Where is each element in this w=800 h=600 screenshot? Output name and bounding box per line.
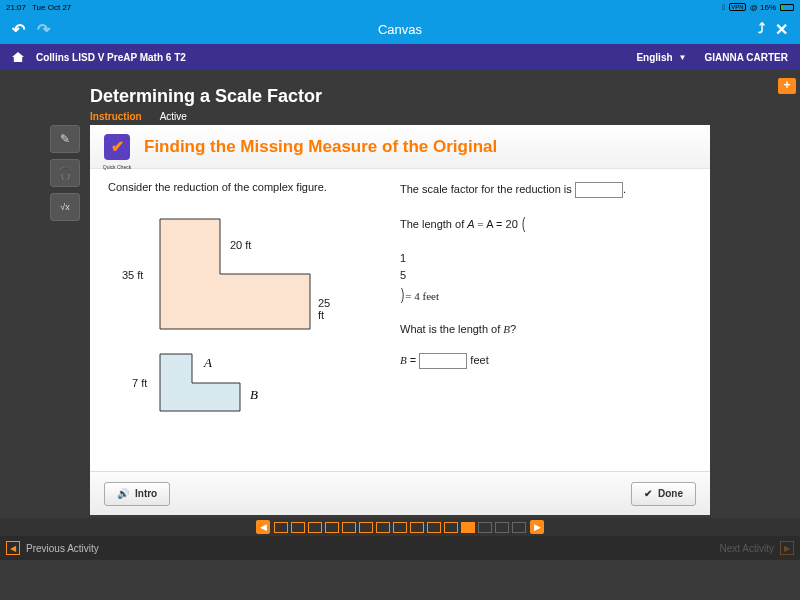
progress-step[interactable] <box>342 522 356 533</box>
quick-check-icon: ✔ Quick Check <box>104 134 130 160</box>
progress-step[interactable] <box>325 522 339 533</box>
done-button[interactable]: ✔ Done <box>631 482 696 506</box>
tab-instruction[interactable]: Instruction <box>90 111 142 122</box>
progress-step[interactable] <box>512 522 526 533</box>
progress-step[interactable] <box>308 522 322 533</box>
wifi-icon: 􀙇 <box>722 3 725 12</box>
progress-step[interactable] <box>478 522 492 533</box>
svg-text:B: B <box>250 387 258 402</box>
length-b-input[interactable] <box>419 353 467 369</box>
check-icon: ✔ <box>644 488 652 499</box>
activity-nav: ◀ Previous Activity Next Activity ▶ <box>0 536 800 560</box>
back-icon[interactable]: ↶ <box>12 20 25 39</box>
close-icon[interactable]: ✕ <box>775 20 788 39</box>
progress-step[interactable] <box>444 522 458 533</box>
forward-icon[interactable]: ↷ <box>37 20 50 39</box>
progress-step[interactable] <box>410 522 424 533</box>
answer-b-row: B = feet <box>400 352 680 369</box>
progress-step[interactable] <box>461 522 475 533</box>
intro-button[interactable]: 🔊 Intro <box>104 482 170 506</box>
language-selector[interactable]: English ▼ <box>636 52 686 63</box>
previous-activity-button[interactable]: ◀ Previous Activity <box>6 541 99 555</box>
add-button[interactable]: + <box>778 78 796 94</box>
vpn-badge: VPN <box>729 3 745 11</box>
question-scale-factor: The scale factor for the reduction is . <box>400 181 680 198</box>
length-of-a-statement: The length of A = A = 20( <box>400 212 680 236</box>
tab-active[interactable]: Active <box>160 111 187 122</box>
progress-step[interactable] <box>393 522 407 533</box>
status-date: Tue Oct 27 <box>32 3 71 12</box>
progress-step[interactable] <box>274 522 288 533</box>
question-length-b: What is the length of B? <box>400 321 680 338</box>
course-name[interactable]: Collins LISD V PreAP Math 6 T2 <box>36 52 186 63</box>
course-header: Collins LISD V PreAP Math 6 T2 English ▼… <box>0 44 800 70</box>
progress-step[interactable] <box>291 522 305 533</box>
lesson-card: ✔ Quick Check Finding the Missing Measur… <box>90 125 710 515</box>
svg-text:A: A <box>203 355 212 370</box>
next-activity-button[interactable]: Next Activity ▶ <box>720 541 794 555</box>
progress-step[interactable] <box>495 522 509 533</box>
small-figure: A B 7 ft <box>150 349 290 421</box>
large-figure: 20 ft 35 ft 25 ft <box>150 209 320 341</box>
pencil-tool-icon[interactable]: ✎ <box>50 125 80 153</box>
status-time: 21:07 <box>6 3 26 12</box>
tool-palette: ✎ 🎧 √x <box>50 125 80 221</box>
lesson-title: Determining a Scale Factor <box>90 86 800 107</box>
progress-prev-icon[interactable]: ◀ <box>256 520 270 534</box>
chevron-down-icon: ▼ <box>679 53 687 62</box>
scale-factor-input[interactable] <box>575 182 623 198</box>
triangle-right-icon: ▶ <box>780 541 794 555</box>
share-icon[interactable]: ⤴ <box>758 20 765 39</box>
progress-strip: ◀ ▶ <box>0 518 800 536</box>
headphones-tool-icon[interactable]: 🎧 <box>50 159 80 187</box>
battery-icon <box>780 4 794 11</box>
progress-step[interactable] <box>376 522 390 533</box>
formula-tool-icon[interactable]: √x <box>50 193 80 221</box>
user-name[interactable]: GIANNA CARTER <box>704 52 788 63</box>
app-nav-bar: ↶ ↷ Canvas ⤴ ✕ <box>0 14 800 44</box>
battery-pct: @ 16% <box>750 3 776 12</box>
progress-step[interactable] <box>359 522 373 533</box>
triangle-left-icon: ◀ <box>6 541 20 555</box>
audio-icon: 🔊 <box>117 488 129 499</box>
card-title: Finding the Missing Measure of the Origi… <box>144 137 497 157</box>
progress-next-icon[interactable]: ▶ <box>530 520 544 534</box>
home-icon[interactable] <box>12 52 24 62</box>
progress-step[interactable] <box>427 522 441 533</box>
ipad-status-bar: 21:07 Tue Oct 27 􀙇 VPN @ 16% <box>0 0 800 14</box>
app-title: Canvas <box>378 22 422 37</box>
